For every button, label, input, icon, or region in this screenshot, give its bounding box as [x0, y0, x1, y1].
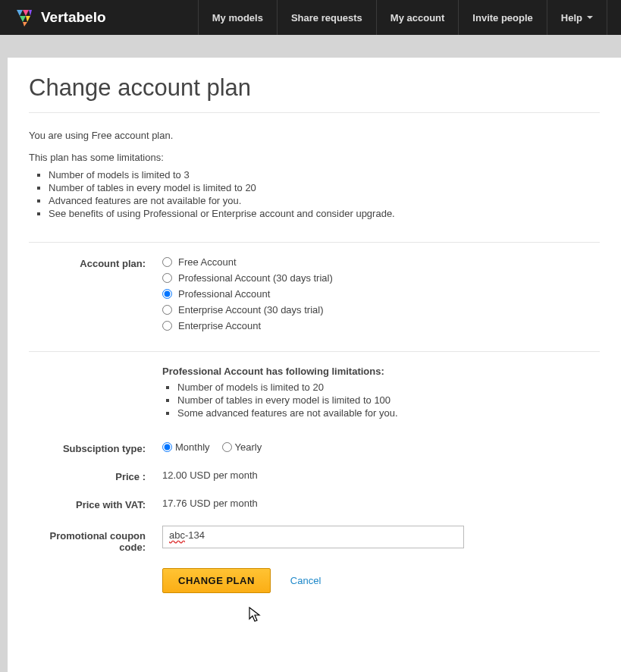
nav-label: Share requests — [291, 12, 362, 24]
row-price-with-vat: Price with VAT: 17.76 USD per month — [29, 498, 600, 510]
svg-marker-1 — [23, 10, 29, 16]
subscription-option-label: Yearly — [235, 441, 262, 453]
svg-marker-4 — [26, 16, 30, 22]
cancel-link[interactable]: Cancel — [290, 575, 321, 586]
plan-radio[interactable] — [162, 289, 172, 299]
price-value: 12.00 USD per month — [162, 469, 600, 481]
change-plan-button[interactable]: Change plan — [162, 568, 271, 593]
plan-option-label: Professional Account — [178, 288, 270, 300]
subscription-option-yearly[interactable]: Yearly — [222, 441, 262, 453]
plan-option-label: Professional Account (30 days trial) — [178, 272, 333, 284]
coupon-text-misspelled: abc — [169, 529, 185, 541]
plan-option-pro[interactable]: Professional Account — [162, 288, 600, 300]
intro-text: You are using Free account plan. — [29, 130, 600, 141]
row-subscription-type: Subsciption type: Monthly Yearly — [29, 441, 600, 454]
topbar: Vertabelo My models Share requests My ac… — [0, 0, 621, 35]
limitation-item: Number of tables in every model is limit… — [49, 182, 600, 193]
plan-radio[interactable] — [162, 257, 172, 267]
divider — [29, 351, 600, 352]
nav-label: Help — [561, 12, 582, 24]
plan-limits-head: Professional Account has following limit… — [162, 366, 600, 377]
plan-option-label: Free Account — [178, 256, 237, 268]
limitation-item: Number of models is limited to 3 — [49, 169, 600, 181]
svg-marker-2 — [29, 10, 32, 16]
price-label: Price : — [29, 469, 162, 482]
page-title: Change account plan — [29, 74, 600, 113]
selected-plan-limits: Professional Account has following limit… — [162, 366, 600, 419]
limitation-item: See benefits of using Professional or En… — [49, 208, 600, 219]
coupon-label: Promotional coupon code: — [29, 526, 162, 553]
nav-invite-people[interactable]: Invite people — [458, 0, 546, 35]
plan-radio[interactable] — [162, 305, 172, 315]
subscription-option-monthly[interactable]: Monthly — [162, 441, 210, 453]
account-plan-label: Account plan: — [29, 256, 162, 269]
plan-option-ent[interactable]: Enterprise Account — [162, 320, 600, 331]
plan-option-label: Enterprise Account (30 days trial) — [178, 304, 323, 316]
actions: Change plan Cancel — [162, 568, 600, 593]
top-nav: My models Share requests My account Invi… — [198, 0, 607, 35]
plan-limit-item: Some advanced features are not available… — [177, 407, 600, 419]
plan-option-ent-trial[interactable]: Enterprise Account (30 days trial) — [162, 304, 600, 316]
plan-option-label: Enterprise Account — [178, 320, 261, 331]
plan-option-free[interactable]: Free Account — [162, 256, 600, 268]
coupon-text-rest: -134 — [185, 529, 205, 541]
limitation-item: Advanced features are not available for … — [49, 195, 600, 206]
subscription-type-label: Subsciption type: — [29, 441, 162, 454]
plan-radio[interactable] — [162, 321, 172, 331]
plan-option-pro-trial[interactable]: Professional Account (30 days trial) — [162, 272, 600, 284]
nav-my-account[interactable]: My account — [376, 0, 459, 35]
nav-label: My models — [212, 12, 263, 24]
limitations-lead: This plan has some limitations: — [29, 152, 600, 163]
svg-marker-0 — [17, 10, 23, 16]
subscription-radio[interactable] — [162, 442, 172, 452]
nav-label: My account — [390, 12, 445, 24]
plan-limit-item: Number of models is limited to 20 — [177, 382, 600, 393]
nav-share-requests[interactable]: Share requests — [277, 0, 376, 35]
divider — [29, 242, 600, 243]
logo-icon — [14, 7, 35, 28]
svg-marker-3 — [20, 16, 26, 22]
row-price: Price : 12.00 USD per month — [29, 469, 600, 482]
brand-logo[interactable]: Vertabelo — [14, 7, 106, 28]
price-vat-label: Price with VAT: — [29, 498, 162, 510]
nav-my-models[interactable]: My models — [198, 0, 277, 35]
content-card: Change account plan You are using Free a… — [8, 58, 621, 672]
svg-marker-5 — [23, 22, 27, 27]
coupon-input[interactable]: abc-134 — [162, 526, 464, 548]
subscription-radio[interactable] — [222, 442, 232, 452]
nav-help[interactable]: Help — [547, 0, 607, 35]
price-vat-value: 17.76 USD per month — [162, 498, 600, 509]
chevron-down-icon — [587, 16, 593, 19]
account-plan-options: Free Account Professional Account (30 da… — [162, 256, 600, 336]
plan-radio[interactable] — [162, 273, 172, 283]
row-account-plan: Account plan: Free Account Professional … — [29, 256, 600, 336]
subscription-option-label: Monthly — [175, 441, 210, 453]
plan-limit-item: Number of tables in every model is limit… — [177, 394, 600, 406]
row-coupon: Promotional coupon code: abc-134 — [29, 526, 600, 553]
nav-label: Invite people — [472, 12, 532, 24]
brand-name: Vertabelo — [41, 9, 106, 26]
limitations-list: Number of models is limited to 3 Number … — [29, 169, 600, 219]
